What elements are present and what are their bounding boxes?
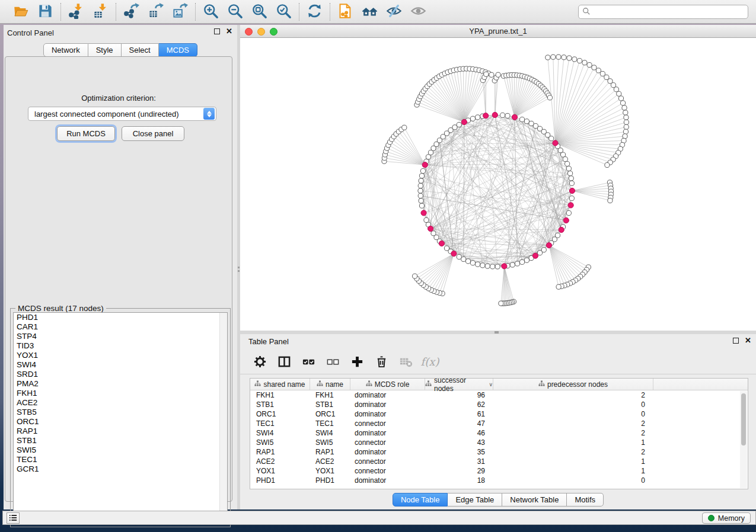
table-row[interactable]: TEC1TEC1connector472 [250,419,748,428]
network-node[interactable] [461,257,466,261]
table-row[interactable]: FKH1FKH1dominator962 [250,390,748,400]
table-tab-edge-table[interactable]: Edge Table [448,493,502,507]
apply-layout-button[interactable] [306,3,323,20]
tab-select[interactable]: Select [122,43,159,57]
network-node[interactable] [569,181,574,185]
mcds-result-item[interactable]: SRD1 [14,370,227,379]
mcds-result-item[interactable]: RAP1 [14,427,227,436]
network-node[interactable] [402,125,407,130]
network-node[interactable] [623,129,628,134]
network-titlebar[interactable]: YPA_prune.txt_1 [240,25,756,38]
mcds-result-item[interactable]: SWI4 [14,360,227,370]
table-row[interactable]: SWI5SWI5connector431 [250,438,748,447]
network-node[interactable] [558,148,563,153]
network-node[interactable] [623,134,627,139]
network-node[interactable] [465,259,470,264]
float-panel-icon[interactable] [214,28,220,34]
deselect-all-button[interactable] [325,354,340,370]
maximize-window-icon[interactable] [270,28,277,36]
network-node[interactable] [600,71,605,76]
network-node[interactable] [500,113,505,117]
network-node[interactable] [608,198,613,203]
network-node[interactable] [622,105,627,110]
node-table[interactable]: shared namenameMCDS rolesuccessor nodes∨… [250,378,748,489]
network-node[interactable] [489,72,494,77]
network-node[interactable] [556,284,561,289]
table-scrollbar[interactable] [740,391,747,488]
network-node[interactable] [470,116,475,121]
tab-network[interactable]: Network [43,43,88,57]
network-node[interactable] [566,166,571,171]
zoom-fit-button[interactable] [251,3,268,20]
close-window-icon[interactable] [245,28,253,36]
zoom-selected-button[interactable] [275,3,292,20]
network-node[interactable] [470,261,475,265]
network-node[interactable] [567,56,572,60]
network-node[interactable] [537,251,542,255]
network-node[interactable] [624,124,629,129]
network-node[interactable] [484,72,489,76]
network-node[interactable] [524,119,529,124]
save-session-button[interactable] [37,3,54,20]
mcds-node[interactable] [428,226,433,231]
mcds-result-item[interactable]: ACE2 [14,398,227,408]
mcds-result-item[interactable]: STB1 [14,436,227,446]
network-node[interactable] [444,246,449,251]
table-tab-network-table[interactable]: Network Table [502,493,567,507]
tab-mcds[interactable]: MCDS [159,43,197,57]
network-node[interactable] [419,178,423,183]
mcds-node[interactable] [532,253,538,258]
network-node[interactable] [452,125,457,130]
network-node[interactable] [556,55,561,59]
mcds-node[interactable] [483,113,489,118]
mcds-result-item[interactable]: CAR1 [14,322,227,332]
mcds-result-item[interactable]: STB5 [14,408,227,417]
network-node[interactable] [614,87,618,92]
column-header-successor-nodes[interactable]: successor nodes∨ [425,379,493,390]
network-node[interactable] [623,110,628,115]
network-node[interactable] [485,264,490,268]
table-row[interactable]: PHD1PHD1dominator180 [250,476,748,485]
zoom-out-button[interactable] [227,3,244,20]
network-node[interactable] [592,65,596,70]
network-node[interactable] [569,196,574,201]
network-node[interactable] [565,161,570,166]
network-node[interactable] [475,262,480,267]
export-network-button[interactable] [123,3,140,20]
network-node[interactable] [419,203,424,208]
mcds-result-item[interactable]: FKH1 [14,389,227,398]
mcds-result-item[interactable]: YOX1 [14,351,227,360]
network-node[interactable] [529,121,534,126]
table-row[interactable]: ACE2ACE2connector311 [250,457,748,466]
network-node[interactable] [608,79,613,84]
mcds-node[interactable] [559,227,564,232]
mcds-node[interactable] [512,114,517,120]
zoom-in-button[interactable] [202,3,219,20]
network-node[interactable] [413,274,417,278]
run-mcds-button[interactable]: Run MCDS [57,126,115,141]
search-input[interactable] [591,8,748,16]
list-scrollbar[interactable] [219,313,227,524]
network-node[interactable] [617,91,621,96]
network-node[interactable] [495,264,500,269]
network-node[interactable] [577,58,582,63]
network-node[interactable] [475,115,480,120]
network-node[interactable] [431,231,436,236]
network-node[interactable] [519,117,524,122]
network-node[interactable] [418,183,423,188]
network-node[interactable] [457,122,461,127]
network-node[interactable] [457,254,461,259]
mcds-node[interactable] [439,241,444,246]
network-node[interactable] [480,263,485,268]
network-node[interactable] [418,188,423,193]
column-header-shared-name[interactable]: shared name [250,379,310,390]
mcds-result-item[interactable]: ORC1 [14,417,227,427]
table-row[interactable]: ORC1ORC1dominator610 [250,409,748,419]
mcds-result-item[interactable]: TEC1 [14,455,227,464]
network-node[interactable] [519,259,524,264]
split-panel-button[interactable] [276,354,292,370]
network-node[interactable] [496,72,500,77]
network-node[interactable] [604,75,609,79]
mcds-node[interactable] [451,251,457,257]
network-node[interactable] [418,193,423,198]
